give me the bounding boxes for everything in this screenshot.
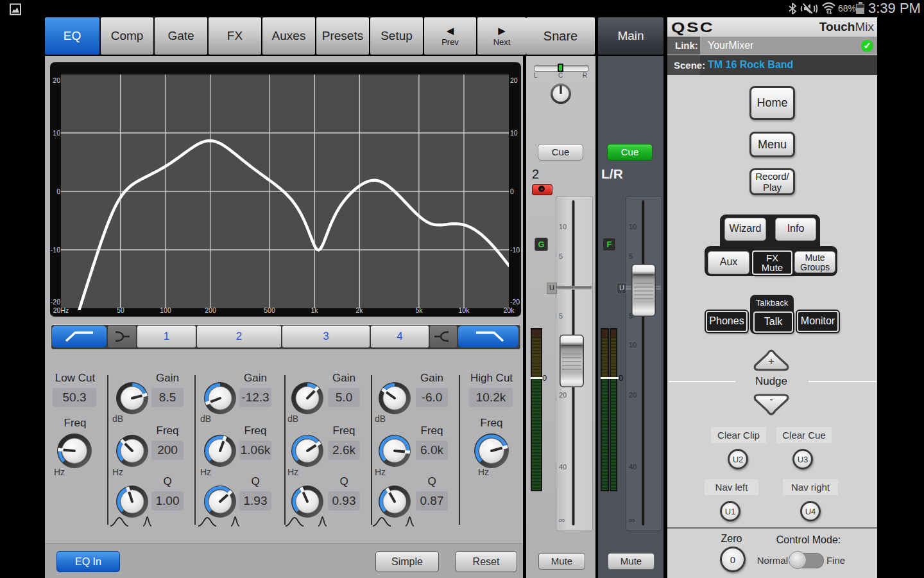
svg-text:1k: 1k (311, 306, 318, 314)
svg-text:2k: 2k (355, 306, 363, 314)
svg-text:+: + (768, 355, 774, 367)
svg-text:20k: 20k (504, 306, 515, 314)
svg-text:20Hz: 20Hz (53, 306, 69, 314)
svg-text:-10: -10 (51, 246, 60, 254)
svg-text:20: 20 (53, 76, 60, 84)
svg-text:0: 0 (510, 188, 514, 195)
svg-text:20: 20 (510, 76, 518, 84)
svg-text:5k: 5k (415, 306, 423, 314)
svg-text:200: 200 (205, 306, 216, 314)
svg-text:-: - (769, 393, 773, 405)
svg-text:10: 10 (53, 129, 60, 137)
svg-text:50: 50 (117, 306, 124, 314)
svg-text:100: 100 (160, 306, 171, 314)
svg-text:0: 0 (56, 188, 60, 195)
svg-text:-10: -10 (510, 246, 520, 254)
svg-text:-20: -20 (510, 298, 520, 306)
svg-text:-20: -20 (51, 298, 60, 306)
svg-text:500: 500 (264, 306, 275, 314)
svg-text:10: 10 (510, 129, 518, 137)
svg-text:10k: 10k (459, 306, 470, 314)
